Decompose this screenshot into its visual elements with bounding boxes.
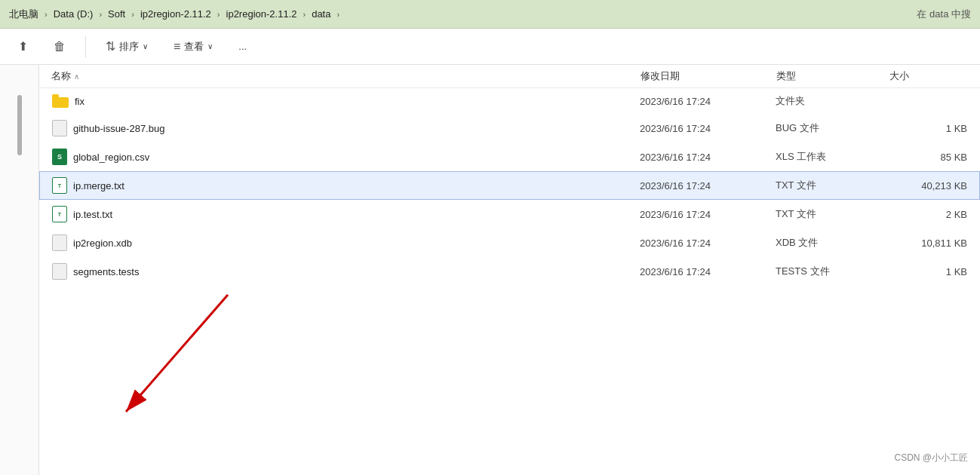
file-modified-label: 2023/6/16 17:24 [640, 96, 776, 107]
breadcrumb-item-1[interactable]: 北电脑 [9, 8, 38, 21]
file-type-label: TXT 文件 [776, 207, 889, 221]
file-icon [52, 234, 67, 251]
file-icon: T [52, 206, 67, 222]
trash-icon: 🗑 [54, 40, 66, 54]
file-rows: fix2023/6/16 17:24文件夹github-issue-287.bu… [39, 88, 980, 475]
table-row[interactable]: github-issue-287.bug2023/6/16 17:24BUG 文… [39, 114, 980, 142]
sort-label: 排序 [119, 40, 139, 54]
view-icon: ≡ [174, 40, 180, 54]
file-name-label: ip.test.txt [73, 209, 112, 220]
file-name-cell: Sglobal_region.csv [52, 149, 640, 165]
file-type-label: XLS 工作表 [776, 150, 889, 164]
file-size-label: 40,213 KB [889, 180, 979, 192]
breadcrumb-sep-6: › [336, 10, 339, 19]
table-row[interactable]: Tip.merge.txt2023/6/16 17:24TXT 文件40,213… [39, 171, 980, 200]
file-modified-label: 2023/6/16 17:24 [640, 266, 776, 277]
file-modified-label: 2023/6/16 17:24 [640, 123, 776, 134]
col-header-size[interactable]: 大小 [889, 69, 980, 83]
breadcrumb-item-5[interactable]: ip2region-2.11.2 [226, 8, 297, 20]
col-header-type[interactable]: 类型 [776, 69, 889, 83]
delete-button[interactable]: 🗑 [48, 36, 72, 57]
file-name-label: global_region.csv [73, 152, 149, 163]
file-icon: T [52, 177, 67, 194]
breadcrumb-item-2[interactable]: Data (D:) [54, 8, 94, 20]
table-row[interactable]: fix2023/6/16 17:24文件夹 [39, 88, 980, 114]
breadcrumb-sep-5: › [303, 10, 306, 19]
sort-icon: ⇅ [106, 39, 115, 54]
table-row[interactable]: Sglobal_region.csv2023/6/16 17:24XLS 工作表… [39, 142, 980, 171]
view-chevron-icon: ∨ [207, 42, 213, 51]
sort-chevron-icon: ∨ [143, 42, 148, 51]
file-type-label: 文件夹 [776, 94, 889, 108]
content-area: 名称 ∧ 修改日期 类型 大小 fix2023/6/16 17:24文件夹git… [39, 65, 980, 475]
col-modified-label: 修改日期 [641, 69, 680, 83]
file-type-label: TXT 文件 [776, 179, 889, 192]
table-row[interactable]: segments.tests2023/6/16 17:24TESTS 文件1 K… [39, 257, 980, 286]
file-name-label: fix [75, 96, 84, 107]
file-list: 名称 ∧ 修改日期 类型 大小 fix2023/6/16 17:24文件夹git… [39, 65, 980, 475]
col-header-modified[interactable]: 修改日期 [641, 69, 776, 83]
file-icon [52, 120, 67, 136]
breadcrumb-item-3[interactable]: Soft [108, 8, 125, 20]
file-size-label: 1 KB [889, 266, 979, 277]
col-header-name[interactable]: 名称 ∧ [51, 69, 641, 83]
breadcrumb-sep-4: › [217, 10, 220, 19]
file-name-label: segments.tests [73, 266, 139, 277]
sort-button[interactable]: ⇅ 排序 ∨ [100, 35, 154, 57]
col-size-label: 大小 [889, 69, 909, 83]
file-name-cell: fix [52, 94, 640, 108]
file-icon [52, 94, 69, 108]
table-row[interactable]: ip2region.xdb2023/6/16 17:24XDB 文件10,811… [39, 228, 980, 257]
file-type-label: BUG 文件 [776, 121, 889, 135]
file-size-label: 10,811 KB [889, 238, 979, 249]
breadcrumb-sep-3: › [131, 10, 134, 19]
main-area: 名称 ∧ 修改日期 类型 大小 fix2023/6/16 17:24文件夹git… [0, 65, 980, 475]
col-name-sort-icon: ∧ [74, 72, 79, 81]
more-button[interactable]: ... [232, 37, 253, 56]
share-button[interactable]: ⬆ [12, 35, 34, 57]
sidebar [0, 65, 39, 475]
col-name-label: 名称 [51, 69, 71, 83]
col-type-label: 类型 [776, 69, 796, 83]
file-modified-label: 2023/6/16 17:24 [640, 238, 776, 249]
file-type-label: XDB 文件 [776, 236, 889, 250]
search-box: 在 data 中搜 [917, 8, 971, 21]
file-size-label: 85 KB [889, 152, 979, 163]
breadcrumb-sep-2: › [99, 10, 102, 19]
breadcrumb-item-4[interactable]: ip2region-2.11.2 [140, 8, 211, 20]
file-type-label: TESTS 文件 [776, 265, 889, 278]
view-label: 查看 [184, 40, 204, 54]
breadcrumb-item-6[interactable]: data [312, 8, 330, 20]
file-name-label: github-issue-287.bug [73, 123, 164, 134]
toolbar-separator [85, 36, 86, 57]
file-modified-label: 2023/6/16 17:24 [640, 209, 776, 220]
file-name-label: ip.merge.txt [73, 180, 124, 192]
toolbar: ⬆ 🗑 ⇅ 排序 ∨ ≡ 查看 ∨ ... [0, 29, 980, 65]
file-modified-label: 2023/6/16 17:24 [640, 152, 776, 163]
file-size-label: 1 KB [889, 123, 979, 134]
breadcrumb-sep-1: › [45, 10, 48, 19]
table-row[interactable]: Tip.test.txt2023/6/16 17:24TXT 文件2 KB [39, 200, 980, 228]
file-name-label: ip2region.xdb [73, 238, 132, 249]
file-name-cell: ip2region.xdb [52, 234, 640, 251]
file-size-label: 2 KB [889, 209, 979, 220]
view-button[interactable]: ≡ 查看 ∨ [167, 36, 219, 57]
file-name-cell: github-issue-287.bug [52, 120, 640, 136]
address-bar: 北电脑 › Data (D:) › Soft › ip2region-2.11.… [0, 0, 980, 29]
file-name-cell: Tip.test.txt [52, 206, 640, 222]
more-label: ... [238, 41, 247, 52]
file-icon [52, 263, 67, 280]
file-name-cell: segments.tests [52, 263, 640, 280]
file-modified-label: 2023/6/16 17:24 [640, 180, 776, 192]
column-headers: 名称 ∧ 修改日期 类型 大小 [39, 65, 980, 88]
share-icon: ⬆ [18, 39, 28, 54]
sidebar-scrollbar[interactable] [17, 95, 22, 155]
file-icon: S [52, 149, 67, 165]
file-name-cell: Tip.merge.txt [52, 177, 640, 194]
